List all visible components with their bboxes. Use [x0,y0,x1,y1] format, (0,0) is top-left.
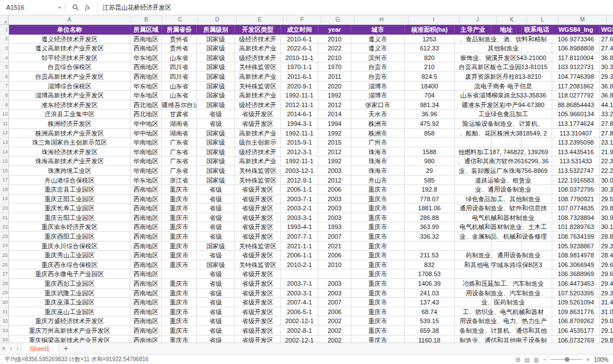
cell-D12[interactable]: 国家级 [197,129,235,138]
cell-J-L-34[interactable]: 制造业、通信和其他电子设备制 [455,336,552,342]
column-header-phone[interactable]: 联系电话 [522,25,552,35]
column-letter-D[interactable]: D [198,15,237,24]
cell-F10[interactable]: 2014-6-1 [281,109,318,119]
next-sheet-icon[interactable]: › [16,343,18,354]
cell-A26[interactable]: 重庆西永综合保税区 [9,260,131,270]
cell-J-L-12[interactable]: 、船舶、花区株洲大3818549, 2 [455,129,552,138]
cell-D22[interactable]: 省级 [197,222,235,232]
cell-C24[interactable]: 重庆市 [162,242,197,251]
cell-A4[interactable]: 邹平经济技术开发区 [9,53,131,63]
cell-H16[interactable]: 珠海市 [351,166,405,176]
column-letter-L[interactable]: L [527,15,559,24]
cell-J-L-21[interactable]: 电气机械和器材制造业 [455,213,552,223]
cell-D4[interactable]: 国家级 [197,53,235,63]
cell-D3[interactable]: 国家级 [197,44,235,53]
cell-J-L-23[interactable]: 业、金属制品、机械和设备修理 [455,232,552,242]
cell-J-L-19[interactable]: 绿色食品加工、其他制造业 [455,194,552,204]
cell-A21[interactable]: 重庆云阳工业园区 [9,213,131,223]
cell-M28[interactable]: 106.4473453 [552,279,600,289]
cell-G15[interactable]: 1992 [318,156,351,166]
cell-G12[interactable]: 1992 [318,129,351,138]
cell-N32[interactable]: 29.0242 [600,316,613,326]
row-number-2[interactable]: 2 [0,35,9,44]
normal-view-icon[interactable]: ⊞ [515,357,520,363]
cell-B32[interactable]: 西南地区 [131,316,162,326]
cell-I26[interactable]: 832 [405,260,455,270]
cell-M14[interactable]: 113.4435416 [552,147,600,157]
cell-M32[interactable]: 106.8709262 [552,316,600,326]
cell-H28[interactable]: 重庆市 [351,279,405,289]
cell-J-L-15[interactable]: 、通信和其南方软件2616299, 36 [455,156,552,166]
cell-F32[interactable]: 2002-12-1 [281,316,318,326]
cell-N14[interactable]: 21.9113 [600,147,613,157]
cell-M13[interactable]: 113.2395098 [552,138,600,147]
cell-H20[interactable]: 重庆市 [351,204,405,213]
row-number-31[interactable]: 31 [0,307,9,317]
cell-G30[interactable]: 2007 [318,298,351,307]
page-break-view-icon[interactable]: ▥ [534,357,539,363]
cell-H6[interactable]: 自贡市 [351,72,405,82]
row-number-14[interactable]: 14 [0,147,9,157]
cell-G3[interactable]: 2022 [318,44,351,53]
cell-F6[interactable]: 2011-6-1 [281,72,318,82]
cell-N6[interactable]: 29.3371 [600,72,613,82]
cell-J-L-14[interactable]: 他燃料加工187, 746822, 139269 [455,147,552,157]
row-number-12[interactable]: 12 [0,129,9,138]
row-number-13[interactable]: 13 [0,138,9,147]
cell-I34[interactable]: 1160.18 [405,336,455,342]
cell-H33[interactable]: 重庆市 [351,326,405,336]
cell-H23[interactable]: 重庆市 [351,232,405,242]
column-header-area[interactable]: 核准面积(ha) [405,25,455,35]
cell-A15[interactable]: 珠海高新技术产业开发区 [9,156,131,166]
cell-G7[interactable]: 2020 [318,82,351,91]
cell-N26[interactable]: 29.6071 [600,260,613,270]
cell-H4[interactable]: 滨州市 [351,53,405,63]
cell-H2[interactable]: 遵义市 [351,35,405,44]
cell-N17[interactable]: 30.0127 [600,176,613,185]
cell-M26[interactable]: 106.3066949 [552,260,600,270]
cell-I10[interactable]: 36.96 [405,109,455,119]
column-letter-A[interactable]: A [9,15,131,24]
cell-A5[interactable]: 自贡综合保税区 [9,62,131,72]
cell-F34[interactable]: 2002-12-1 [281,336,318,342]
cell-B28[interactable]: 西南地区 [131,279,162,289]
cell-D10[interactable]: 省级 [197,109,235,119]
cell-D19[interactable]: 省级 [197,194,235,204]
insert-function-button[interactable]: fx [85,3,90,12]
cell-N27[interactable]: 29.6102 [600,269,613,279]
cell-A3[interactable]: 遵义高新技术产业开发区 [9,44,131,53]
cell-D28[interactable]: 省级 [197,279,235,289]
cell-G26[interactable]: 2010 [318,260,351,270]
cell-D11[interactable]: 省级 [197,119,235,129]
cell-D32[interactable]: 省级 [197,316,235,326]
cell-A27[interactable]: 重庆西永微电子产业园区 [9,269,131,279]
cell-C31[interactable]: 重庆市 [162,307,197,317]
cell-I33[interactable]: 659.38 [405,326,455,336]
cell-B15[interactable]: 华南地区 [131,156,162,166]
cell-M25[interactable]: 108.9814978 [552,251,600,260]
cell-C14[interactable]: 广东省 [162,147,197,157]
cell-B22[interactable]: 西南地区 [131,222,162,232]
cell-D2[interactable]: 国家级 [197,35,235,44]
cell-G24[interactable]: 2021 [318,242,351,251]
cell-E4[interactable]: 级经济技术开 [235,53,281,63]
cell-G21[interactable]: 2003 [318,213,351,223]
zoom-slider[interactable] [551,359,582,360]
cell-M5[interactable]: 103.9122731 [552,62,600,72]
cell-F4[interactable]: 2010-11-1 [281,53,318,63]
cell-F18[interactable]: 2006-1-1 [281,185,318,194]
cell-A20[interactable]: 重庆长寿工业园区 [9,204,131,213]
cell-C29[interactable]: 重庆市 [162,289,197,298]
cell-D34[interactable]: 省级 [197,336,235,342]
column-header-lat[interactable]: WGS84_lat [600,25,613,35]
cell-I5[interactable]: 210 [405,62,455,72]
cell-I3[interactable]: 612.33 [405,44,455,53]
cell-J-L-17[interactable]: 道路运输业、租赁业 [455,176,552,185]
cell-G16[interactable]: 2003 [318,166,351,176]
cell-J-L-26[interactable]: 和其他电 学城东路综保B区3 [455,260,552,270]
cell-E10[interactable]: 省级开发区 [235,109,281,119]
cell-N11[interactable]: 27.8550 [600,119,613,129]
cell-C22[interactable]: 重庆市 [162,222,197,232]
cell-E3[interactable]: 高新技术产业 [235,44,281,53]
cell-C21[interactable]: 重庆市 [162,213,197,223]
